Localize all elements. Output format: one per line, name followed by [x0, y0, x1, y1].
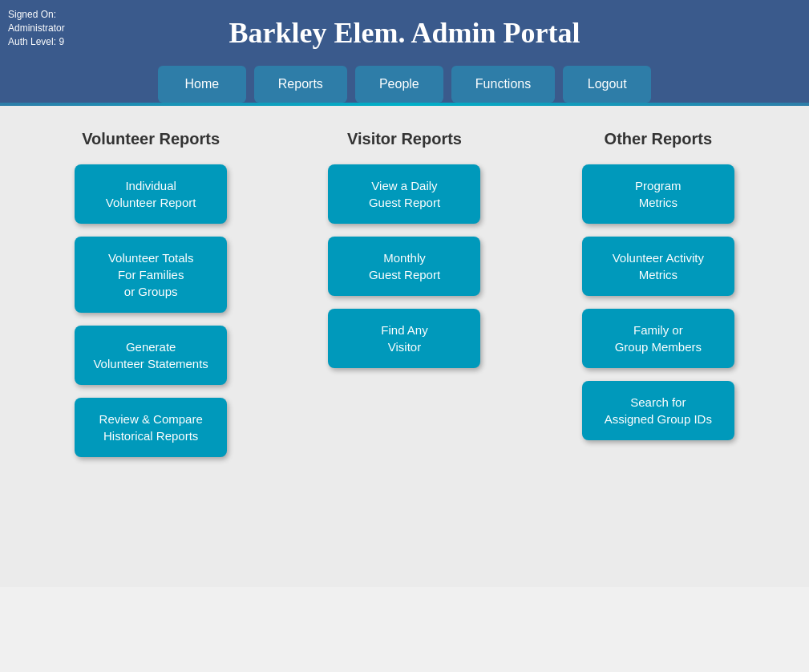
- nav-home-button[interactable]: Home: [158, 66, 246, 103]
- reports-grid: Volunteer Reports IndividualVolunteer Re…: [32, 130, 777, 470]
- review-compare-historical-button[interactable]: Review & CompareHistorical Reports: [75, 398, 227, 457]
- other-reports-title: Other Reports: [605, 130, 712, 148]
- family-group-members-button[interactable]: Family orGroup Members: [582, 309, 734, 368]
- portal-title: Barkley Elem. Admin Portal: [16, 8, 793, 58]
- find-any-visitor-button[interactable]: Find AnyVisitor: [328, 309, 480, 368]
- other-reports-column: Other Reports ProgramMetrics Volunteer A…: [540, 130, 777, 470]
- nav-bar: Home Reports People Functions Logout: [16, 58, 793, 103]
- program-metrics-button[interactable]: ProgramMetrics: [582, 164, 734, 224]
- volunteer-activity-metrics-button[interactable]: Volunteer ActivityMetrics: [582, 237, 734, 296]
- nav-functions-button[interactable]: Functions: [451, 66, 555, 103]
- nav-reports-button[interactable]: Reports: [254, 66, 347, 103]
- volunteer-totals-families-button[interactable]: Volunteer TotalsFor Familiesor Groups: [75, 237, 227, 313]
- visitor-reports-column: Visitor Reports View a DailyGuest Report…: [285, 130, 523, 470]
- volunteer-reports-column: Volunteer Reports IndividualVolunteer Re…: [32, 130, 269, 470]
- generate-volunteer-statements-button[interactable]: GenerateVolunteer Statements: [75, 326, 227, 385]
- search-assigned-group-ids-button[interactable]: Search forAssigned Group IDs: [582, 381, 734, 440]
- nav-people-button[interactable]: People: [355, 66, 443, 103]
- monthly-guest-report-button[interactable]: MonthlyGuest Report: [328, 237, 480, 296]
- signed-on-label: Signed On:: [8, 9, 56, 20]
- user-name: Administrator: [8, 22, 65, 34]
- auth-level: Auth Level: 9: [8, 36, 64, 47]
- nav-logout-button[interactable]: Logout: [563, 66, 651, 103]
- signed-on-info: Signed On: Administrator Auth Level: 9: [8, 8, 65, 48]
- view-daily-guest-report-button[interactable]: View a DailyGuest Report: [328, 164, 480, 224]
- header: Signed On: Administrator Auth Level: 9 B…: [0, 0, 809, 103]
- main-content: Volunteer Reports IndividualVolunteer Re…: [0, 106, 809, 587]
- individual-volunteer-report-button[interactable]: IndividualVolunteer Report: [75, 164, 227, 224]
- volunteer-reports-title: Volunteer Reports: [82, 130, 220, 148]
- visitor-reports-title: Visitor Reports: [347, 130, 462, 148]
